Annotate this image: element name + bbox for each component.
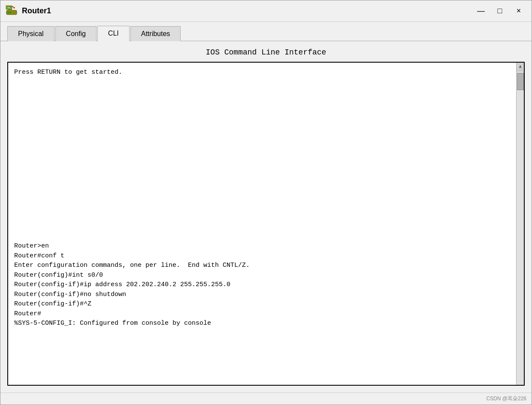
window-title: Router1	[22, 6, 473, 15]
scrollbar-track: ∧	[516, 63, 524, 385]
main-content: IOS Command Line Interface Press RETURN …	[0, 41, 532, 393]
svg-point-1	[7, 12, 9, 13]
tab-cli[interactable]: CLI	[97, 26, 130, 41]
scrollbar-thumb[interactable]	[517, 73, 524, 90]
tab-config[interactable]: Config	[55, 26, 97, 41]
watermark-text: CSDN @耳朵226	[486, 395, 526, 402]
maximize-button[interactable]: □	[492, 3, 508, 19]
tabs-bar: Physical Config CLI Attributes	[0, 22, 532, 41]
title-bar: Router1 — □ ×	[0, 0, 532, 22]
cli-container: Press RETURN to get started. Router>en R…	[7, 62, 525, 386]
svg-point-2	[9, 12, 11, 13]
close-button[interactable]: ×	[511, 3, 526, 19]
cli-output[interactable]: Press RETURN to get started. Router>en R…	[8, 63, 516, 385]
tab-attributes[interactable]: Attributes	[130, 26, 181, 41]
tab-physical[interactable]: Physical	[7, 26, 54, 41]
router-icon	[6, 5, 18, 17]
scrollbar-up-button[interactable]: ∧	[517, 63, 524, 71]
minimize-button[interactable]: —	[473, 3, 489, 19]
bottom-bar: CSDN @耳朵226	[0, 393, 532, 405]
router-window: Router1 — □ × Physical Config CLI Attrib…	[0, 0, 532, 405]
section-title: IOS Command Line Interface	[7, 48, 525, 57]
svg-point-7	[13, 7, 15, 9]
title-bar-controls: — □ ×	[473, 3, 526, 19]
